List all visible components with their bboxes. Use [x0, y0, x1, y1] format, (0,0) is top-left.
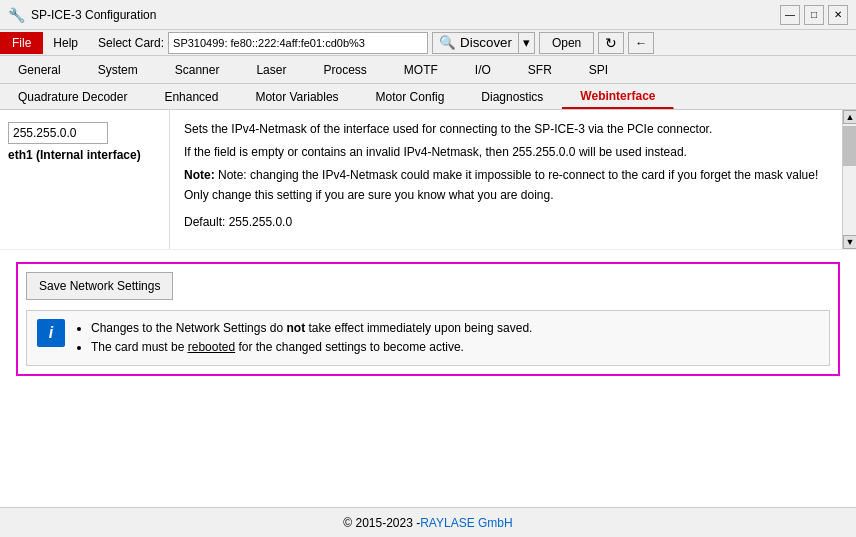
footer-link[interactable]: RAYLASE GmbH — [420, 516, 512, 530]
info-line-1-bold: not — [286, 321, 305, 335]
tab-enhanced[interactable]: Enhanced — [146, 84, 237, 109]
tab-row-2: Quadrature Decoder Enhanced Motor Variab… — [0, 84, 856, 110]
menu-bar: File Help Select Card: 🔍 Discover ▾ Open… — [0, 30, 856, 56]
reboot-link[interactable]: rebooted — [188, 340, 235, 354]
tab-sfr[interactable]: SFR — [510, 56, 571, 83]
scrollbar[interactable]: ▲ ▼ — [842, 110, 856, 249]
help-menu[interactable]: Help — [43, 34, 88, 52]
info-icon: i — [37, 319, 65, 347]
tab-webinterface[interactable]: Webinterface — [562, 84, 674, 109]
save-network-settings-button[interactable]: Save Network Settings — [26, 272, 173, 300]
desc-3-text: Note: changing the IPv4-Netmask could ma… — [184, 168, 818, 201]
tab-spi[interactable]: SPI — [571, 56, 627, 83]
search-icon: 🔍 — [439, 35, 456, 50]
discover-arrow[interactable]: ▾ — [518, 33, 534, 53]
discover-dropdown[interactable]: 🔍 Discover ▾ — [432, 32, 535, 54]
desc-2: If the field is empty or contains an inv… — [184, 143, 828, 162]
card-selector-area: Select Card: 🔍 Discover ▾ Open ↻ ← — [88, 32, 856, 54]
back-button[interactable]: ← — [628, 32, 654, 54]
tab-system[interactable]: System — [80, 56, 157, 83]
description-panel: Sets the IPv4-Netmask of the interface u… — [170, 110, 842, 249]
tab-quadrature-decoder[interactable]: Quadrature Decoder — [0, 84, 146, 109]
left-panel: eth1 (Internal interface) — [0, 110, 170, 249]
info-line-2b: for the changed settings to become activ… — [235, 340, 464, 354]
desc-1: Sets the IPv4-Netmask of the interface u… — [184, 120, 828, 139]
discover-label: Discover — [460, 35, 512, 50]
minimize-button[interactable]: — — [780, 5, 800, 25]
info-text: Changes to the Network Settings do not t… — [75, 319, 532, 357]
info-line-1: Changes to the Network Settings do not t… — [91, 319, 532, 338]
tab-motor-config[interactable]: Motor Config — [358, 84, 464, 109]
info-line-1-before: Changes to the Network Settings do — [91, 321, 283, 335]
tab-motor-variables[interactable]: Motor Variables — [237, 84, 357, 109]
tab-motf[interactable]: MOTF — [386, 56, 457, 83]
tab-io[interactable]: I/O — [457, 56, 510, 83]
card-input[interactable] — [168, 32, 428, 54]
info-line-1-after: take effect immediately upon being saved… — [308, 321, 532, 335]
maximize-button[interactable]: □ — [804, 5, 824, 25]
info-box: i Changes to the Network Settings do not… — [26, 310, 830, 366]
card-label: Select Card: — [98, 36, 164, 50]
scroll-up-button[interactable]: ▲ — [843, 110, 856, 124]
close-button[interactable]: ✕ — [828, 5, 848, 25]
refresh-button[interactable]: ↻ — [598, 32, 624, 54]
tab-scanner[interactable]: Scanner — [157, 56, 239, 83]
tab-process[interactable]: Process — [305, 56, 385, 83]
tab-row-1: General System Scanner Laser Process MOT… — [0, 56, 856, 84]
interface-label: eth1 (Internal interface) — [8, 148, 141, 162]
action-area: Save Network Settings i Changes to the N… — [16, 262, 840, 376]
netmask-input[interactable] — [8, 122, 108, 144]
note-label: Note: — [184, 168, 218, 182]
footer-copyright: © 2015-2023 - — [343, 516, 420, 530]
info-line-2a: The card must be — [91, 340, 188, 354]
tab-laser[interactable]: Laser — [238, 56, 305, 83]
footer: © 2015-2023 - RAYLASE GmbH — [0, 507, 856, 537]
title-bar: 🔧 SP-ICE-3 Configuration — □ ✕ — [0, 0, 856, 30]
scroll-thumb[interactable] — [843, 126, 856, 166]
tab-general[interactable]: General — [0, 56, 80, 83]
tab-diagnostics[interactable]: Diagnostics — [463, 84, 562, 109]
info-line-2: The card must be rebooted for the change… — [91, 338, 532, 357]
app-icon: 🔧 — [8, 7, 25, 23]
main-row: eth1 (Internal interface) Sets the IPv4-… — [0, 110, 856, 250]
desc-3: Note: Note: changing the IPv4-Netmask co… — [184, 166, 828, 204]
open-button[interactable]: Open — [539, 32, 594, 54]
desc-4: Default: 255.255.0.0 — [184, 213, 828, 232]
app-title: SP-ICE-3 Configuration — [31, 8, 156, 22]
action-wrapper: Save Network Settings i Changes to the N… — [0, 250, 856, 507]
file-menu[interactable]: File — [0, 32, 43, 54]
scroll-down-button[interactable]: ▼ — [843, 235, 856, 249]
